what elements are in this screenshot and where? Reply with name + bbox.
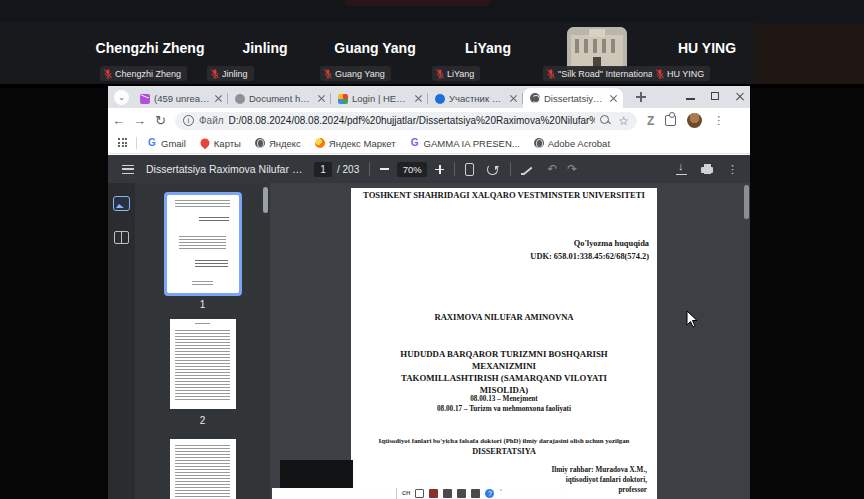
undo-button[interactable]: ↶ [547,162,557,176]
bookmark-label: GAMMA IA PRESEN... [424,138,520,149]
thumbnail-view-icon[interactable] [113,196,130,211]
tab-label: Document handli... [249,93,313,104]
z-extension-icon[interactable]: Z [647,114,654,128]
apps-grid-icon[interactable] [118,138,128,148]
muted-mic-icon [547,69,555,79]
tab-favicon [235,94,245,104]
divider [369,162,370,176]
tray-app-icon[interactable] [429,489,438,498]
extensions-icon[interactable] [665,115,676,126]
bi-globe [255,138,265,148]
rotate-button[interactable] [486,163,498,175]
divider [454,162,455,176]
bookmark-item[interactable]: Карты [200,138,241,149]
participant-badge: HU YING [652,66,710,81]
bookmark-star-icon[interactable]: ☆ [618,114,629,128]
zoom-page-icon[interactable] [600,115,611,126]
annotate-pen-button[interactable] [521,163,533,175]
doc-manuscript-note: Qo'lyozma huquqida [574,239,649,248]
participant-badge-label: LiYang [447,69,474,79]
bookmark-item[interactable]: Adobe Acrobat [534,138,610,149]
tray-app-icon[interactable] [471,489,480,498]
tab-close-icon[interactable] [317,94,326,103]
bi-globe [534,138,544,148]
page-thumbnail-2[interactable] [170,319,236,409]
bookmark-label: Карты [214,138,241,149]
participant-name: HU YING [678,40,736,56]
tab-label: Участник публик... [449,93,505,104]
participant-badge-label: HU YING [667,69,704,79]
url-text[interactable]: D:/08.08.2024/08.08.2024/pdf%20hujjatlar… [229,115,596,126]
pdf-toolbar: Dissertatsiya Raximova Nilufar 08.08.20.… [108,155,750,183]
tab-favicon [435,94,445,104]
language-indicator[interactable]: сн [402,488,410,497]
thumbnail-pane: 12 [135,183,270,499]
page-thumbnail-3[interactable] [170,439,236,499]
keyboard-icon[interactable] [415,489,424,498]
muted-mic-icon [104,69,112,79]
browser-menu-icon[interactable]: ⋮ [713,114,724,127]
tray-overflow-icon[interactable]: ° [499,488,501,494]
tab-close-icon[interactable] [214,94,223,103]
tab-search-icon[interactable]: ⌄ [114,90,129,105]
participant-badge-label: "Silk Road" Internationa... [558,69,660,79]
thumbnail-page-number: 1 [200,299,206,310]
new-tab-button[interactable] [635,91,647,103]
redo-button[interactable]: ↷ [567,162,577,176]
download-button[interactable] [676,163,687,175]
bi-gamma: G [410,138,420,148]
tray-app-icon[interactable] [457,489,466,498]
zoom-out-button[interactable] [380,168,389,170]
tab[interactable]: Участник публик... [428,89,523,108]
tab[interactable]: (459 unread) - rah... [133,89,228,108]
tab-close-icon[interactable] [414,94,423,103]
page-thumbnail-1[interactable] [167,195,239,293]
zoom-in-button[interactable] [435,165,444,174]
bookmark-item[interactable]: GGmail [147,138,186,149]
page-number-input[interactable]: 1 [314,162,332,177]
zoom-level[interactable]: 70% [397,162,427,177]
help-icon[interactable]: ? [485,489,494,498]
tab[interactable]: Document handli... [228,89,331,108]
participant-badge: Jinling [207,66,254,81]
fit-page-button[interactable] [465,163,474,176]
document-scrollbar[interactable] [744,185,749,219]
outline-view-icon[interactable] [114,231,129,244]
maximize-button[interactable] [711,92,719,100]
thumbnail-scrollbar[interactable] [263,187,268,213]
bi-maps [198,137,211,150]
back-button[interactable]: ← [108,113,129,128]
bi-market [315,138,325,148]
profile-avatar[interactable] [687,113,702,128]
forward-button[interactable]: → [129,113,150,128]
bookmark-item[interactable]: Яндекс [255,138,301,149]
site-info-icon[interactable]: i [183,115,194,126]
participant-name: Guang Yang [334,40,415,56]
participant-badge: Guang Yang [320,66,391,81]
close-button[interactable] [735,92,744,101]
bookmark-item[interactable]: Яндекс Маркет [315,138,396,149]
pdf-menu-icon[interactable] [122,165,134,174]
tab-close-icon[interactable] [509,94,518,103]
pdf-more-menu-icon[interactable]: ⋮ [727,163,738,176]
reload-button[interactable]: ↻ [150,113,171,128]
bookmark-item[interactable]: GGAMMA IA PRESEN... [410,138,520,149]
tray-app-icon[interactable] [443,489,452,498]
browser-window: ⌄ (459 unread) - rah...Document handli..… [108,86,750,499]
print-button[interactable] [701,164,713,175]
bookmark-label: Adobe Acrobat [548,138,610,149]
document-viewport: TOSHKENT SHAHRIDAGI XALQARO VESTMINSTER … [270,183,750,499]
tab-active[interactable]: Dissertatsiya Raxi... [523,88,623,108]
minimize-button[interactable] [686,98,695,100]
muted-mic-icon [656,69,664,79]
tab-close-icon[interactable] [609,94,618,103]
divider [396,488,397,499]
muted-mic-icon [436,69,444,79]
participant-name: LiYang [465,40,511,56]
tab[interactable]: Login | HEMIS OT... [331,89,428,108]
meeting-top-bar [0,0,864,23]
address-bar[interactable]: i Файл D:/08.08.2024/08.08.2024/pdf%20hu… [175,112,637,130]
participant-name: Jinling [242,40,287,56]
bi-gmail: G [147,138,157,148]
tab-favicon [140,94,150,104]
